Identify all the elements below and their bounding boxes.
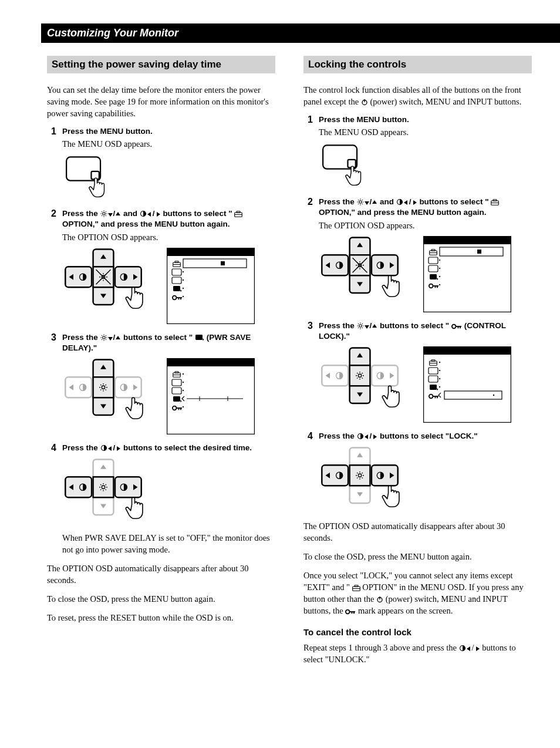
chapter-title: Customizing Your Monitor <box>41 23 560 43</box>
dpad-leftright-figure <box>62 458 150 524</box>
power-icon <box>376 596 383 603</box>
monitor-icon <box>195 334 204 341</box>
down-arrow-icon <box>107 211 113 217</box>
toolbox-icon <box>491 199 499 205</box>
right-arrow-icon <box>474 646 480 652</box>
left-note-timeout: The OPTION OSD automatically disappears … <box>47 562 275 586</box>
dpad-all-figure <box>62 248 150 314</box>
step-number: 2 <box>47 208 56 219</box>
brightness-icon <box>100 210 107 217</box>
brightness-icon <box>357 198 364 205</box>
right-arrow-icon <box>115 446 121 452</box>
left-arrow-icon <box>466 646 472 652</box>
right-step-2: 2 Press the / and / buttons to select " … <box>303 197 532 231</box>
down-arrow-icon <box>107 335 113 341</box>
left-note-close: To close the OSD, press the MENU button … <box>47 593 275 605</box>
left-note-off: When PWR SAVE DELAY is set to "OFF," the… <box>62 532 275 555</box>
osd-option-figure <box>167 248 255 324</box>
right-column: Locking the controls The control lock fu… <box>303 56 532 672</box>
right-intro: The control lock function disables all o… <box>303 84 532 107</box>
left-arrow-icon <box>147 211 153 217</box>
lock-key-icon <box>345 609 356 615</box>
contrast-icon <box>140 210 147 217</box>
dpad-updown-figure <box>319 346 407 412</box>
toolbox-icon <box>352 585 360 591</box>
section-header-left: Setting the power saving delay time <box>47 56 275 73</box>
step-number: 2 <box>303 197 313 207</box>
power-icon <box>361 99 368 106</box>
right-step-4: 4 Press the / buttons to select "LOCK." <box>303 431 532 442</box>
left-note-reset: To reset, press the RESET button while t… <box>47 612 275 624</box>
contrast-icon <box>459 645 466 652</box>
left-step1-desc: The MENU OSD appears. <box>62 138 275 150</box>
contrast-icon <box>100 444 107 452</box>
dpad-leftright-figure <box>319 446 407 512</box>
step-number: 1 <box>303 114 313 125</box>
right-step-3: 3 Press the / buttons to select " (CONTR… <box>303 321 532 342</box>
left-column: Setting the power saving delay time You … <box>47 56 275 672</box>
up-arrow-icon <box>115 211 121 217</box>
left-step2-desc: The OPTION OSD appears. <box>62 231 275 243</box>
dpad-updown-figure <box>62 358 150 424</box>
left-arrow-icon <box>107 446 113 452</box>
right-step2-desc: The OPTION OSD appears. <box>319 220 532 231</box>
left-step-1: 1 Press the MENU button. The MENU OSD ap… <box>47 126 275 150</box>
right-note-close: To close the OSD, press the MENU button … <box>303 551 532 562</box>
right-arrow-icon <box>372 434 377 440</box>
contrast-icon <box>357 433 364 440</box>
brightness-icon <box>100 334 107 341</box>
up-arrow-icon <box>372 324 377 329</box>
left-step-3: 3 Press the / buttons to select " (PWR S… <box>47 332 275 353</box>
cancel-lock-text: Repeat steps 1 through 3 above and press… <box>303 642 532 665</box>
osd-pwr-figure <box>167 358 255 434</box>
step-number: 3 <box>303 321 313 331</box>
osd-option-figure <box>423 236 511 312</box>
left-arrow-icon <box>364 434 370 440</box>
right-note-lock-explain: Once you select "LOCK," you cannot selec… <box>303 570 532 616</box>
osd-lock-figure <box>423 346 511 423</box>
right-arrow-icon <box>155 211 161 217</box>
left-intro: You can set the delay time before the mo… <box>47 84 275 119</box>
down-arrow-icon <box>364 324 370 329</box>
dpad-all-figure <box>319 236 407 302</box>
left-step3-title: Press the / buttons to select " (PWR SAV… <box>62 332 275 353</box>
toolbox-icon <box>234 211 242 217</box>
left-step-2: 2 Press the / and / buttons to select " … <box>47 208 275 242</box>
step-number: 4 <box>47 443 56 453</box>
right-step2-title: Press the / and / buttons to select " OP… <box>319 197 532 218</box>
right-step3-title: Press the / buttons to select " (CONTROL… <box>319 321 532 342</box>
right-step4-title: Press the / buttons to select "LOCK." <box>319 431 532 442</box>
down-arrow-icon <box>364 200 370 205</box>
menu-button-figure <box>62 154 115 200</box>
up-arrow-icon <box>115 335 121 341</box>
right-step1-title: Press the MENU button. <box>319 114 532 125</box>
right-arrow-icon <box>411 200 417 205</box>
brightness-icon <box>357 322 364 329</box>
step-number: 4 <box>303 431 313 442</box>
left-step1-title: Press the MENU button. <box>62 126 275 137</box>
left-step2-title: Press the / and / buttons to select " OP… <box>62 208 275 230</box>
up-arrow-icon <box>372 200 377 205</box>
cancel-lock-heading: To cancel the control lock <box>303 627 532 637</box>
left-arrow-icon <box>403 200 409 205</box>
menu-button-figure <box>319 143 372 188</box>
left-step-4: 4 Press the / buttons to select the desi… <box>47 443 275 453</box>
contrast-icon <box>396 198 403 205</box>
step-number: 1 <box>47 126 56 137</box>
step-number: 3 <box>47 332 56 343</box>
left-step4-title: Press the / buttons to select the desire… <box>62 443 275 453</box>
right-step-1: 1 Press the MENU button. The MENU OSD ap… <box>303 114 532 138</box>
lock-key-icon <box>451 324 462 329</box>
right-note-timeout: The OPTION OSD automatically disappears … <box>303 520 532 544</box>
section-header-right: Locking the controls <box>303 56 532 73</box>
right-step1-desc: The MENU OSD appears. <box>319 126 532 138</box>
